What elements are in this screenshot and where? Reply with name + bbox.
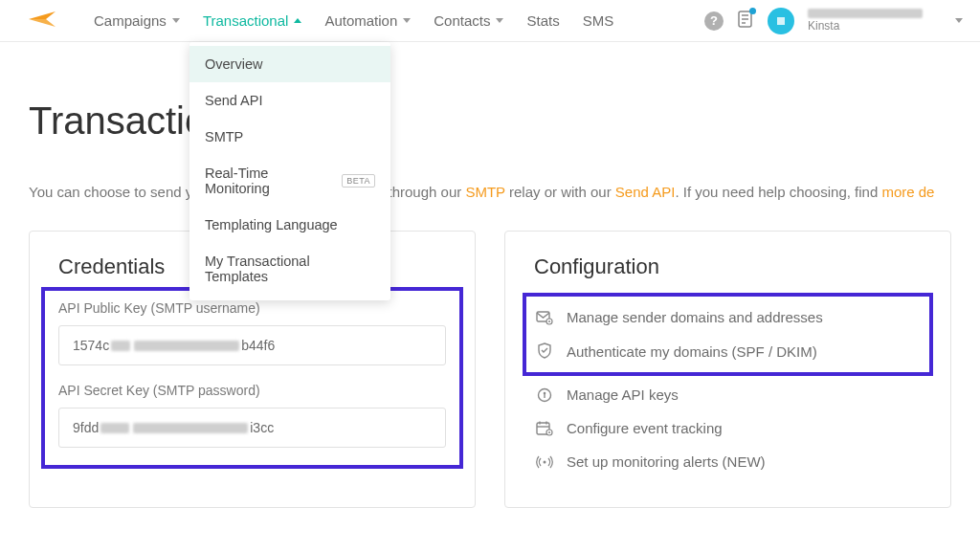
account-name-redacted [808, 9, 923, 18]
send-api-link[interactable]: Send API [615, 184, 676, 200]
nav-label: Transactional [203, 12, 289, 29]
config-label: Authenticate my domains (SPF / DKIM) [567, 343, 817, 360]
dropdown-label: Overview [205, 56, 262, 72]
intro-text: . If you need help choosing, find [675, 184, 881, 200]
config-highlight: Manage sender domains and addresses Auth… [526, 297, 929, 372]
public-key-label: API Public Key (SMTP username) [58, 300, 446, 316]
chevron-down-icon [172, 18, 180, 23]
dropdown-item-smtp[interactable]: SMTP [189, 119, 390, 155]
config-label: Manage API keys [567, 386, 679, 403]
key-suffix: i3cc [250, 420, 274, 435]
nav-label: SMS [583, 12, 614, 29]
dropdown-label: Send API [205, 93, 262, 108]
intro-text: relay or with our [505, 184, 615, 200]
page-title: Transactional [29, 99, 951, 143]
account-menu[interactable]: Kinsta [808, 9, 923, 33]
dropdown-item-send-api[interactable]: Send API [189, 82, 390, 119]
nav-label: Campaigns [94, 12, 167, 29]
redacted-segment [133, 423, 248, 433]
dropdown-item-realtime[interactable]: Real-Time Monitoring BETA [189, 155, 390, 207]
config-item-auth[interactable]: Authenticate my domains (SPF / DKIM) [534, 334, 922, 368]
primary-nav: Campaigns Transactional Automation Conta… [82, 0, 625, 42]
dropdown-label: Templating Language [205, 217, 338, 232]
config-label: Configure event tracking [567, 420, 723, 436]
config-list: Manage sender domains and addresses Auth… [534, 300, 922, 478]
configuration-title: Configuration [534, 254, 922, 279]
dropdown-item-overview[interactable]: Overview [189, 46, 390, 82]
nav-campaigns[interactable]: Campaigns [82, 0, 191, 42]
secret-key-label: API Secret Key (SMTP password) [58, 383, 446, 398]
nav-label: Stats [526, 12, 559, 29]
configuration-card: Configuration Manage sender domains and … [504, 231, 951, 508]
dropdown-label: Real-Time Monitoring [205, 166, 334, 196]
svg-marker-0 [29, 11, 56, 19]
smtp-link[interactable]: SMTP [465, 184, 504, 200]
redacted-segment [111, 341, 130, 351]
help-icon[interactable]: ? [704, 11, 724, 31]
config-item-alerts[interactable]: Set up monitoring alerts (NEW) [534, 445, 922, 478]
secret-key-field[interactable]: 9fdd i3cc [58, 408, 446, 448]
page-content: Transactional You can choose to send you… [0, 42, 980, 508]
nav-automation[interactable]: Automation [313, 0, 422, 42]
mail-cog-icon [536, 310, 553, 325]
svg-rect-12 [544, 394, 545, 398]
svg-marker-1 [29, 19, 56, 27]
config-item-tracking[interactable]: Configure event tracking [534, 411, 922, 445]
key-icon [536, 387, 553, 403]
logo [29, 9, 61, 33]
dropdown-item-templating[interactable]: Templating Language [189, 207, 390, 243]
svg-point-9 [548, 320, 550, 322]
config-label: Set up monitoring alerts (NEW) [567, 453, 766, 470]
svg-point-11 [544, 391, 546, 394]
redacted-segment [100, 423, 129, 433]
antenna-icon [536, 454, 553, 470]
public-key-field[interactable]: 1574c b44f6 [58, 325, 446, 365]
key-suffix: b44f6 [241, 338, 275, 353]
redacted-segment [134, 341, 239, 351]
config-item-domains[interactable]: Manage sender domains and addresses [534, 300, 922, 334]
page-intro: You can choose to send your transactiona… [29, 181, 951, 204]
avatar[interactable] [768, 8, 794, 34]
svg-point-19 [544, 460, 546, 463]
nav-label: Contacts [434, 12, 490, 29]
beta-badge: BETA [342, 174, 375, 188]
svg-point-18 [548, 431, 550, 433]
shield-check-icon [536, 342, 553, 360]
chevron-down-icon [403, 18, 411, 23]
nav-contacts[interactable]: Contacts [422, 0, 515, 42]
dropdown-label: SMTP [205, 129, 243, 144]
topbar: Campaigns Transactional Automation Conta… [0, 0, 980, 42]
topbar-right: ? Kinsta [704, 8, 963, 34]
chevron-down-icon [496, 18, 503, 23]
notifications-icon[interactable] [737, 10, 754, 32]
nav-label: Automation [324, 12, 397, 29]
more-details-link[interactable]: more de [881, 184, 934, 200]
chevron-up-icon [294, 18, 301, 23]
config-item-api-keys[interactable]: Manage API keys [534, 378, 922, 411]
svg-rect-6 [777, 17, 785, 25]
nav-transactional[interactable]: Transactional [191, 0, 314, 42]
key-prefix: 9fdd [73, 420, 99, 435]
nav-stats[interactable]: Stats [515, 0, 570, 42]
chevron-down-icon[interactable] [955, 18, 963, 23]
notification-dot-icon [749, 8, 756, 14]
nav-sms[interactable]: SMS [571, 0, 626, 42]
transactional-dropdown: Overview Send API SMTP Real-Time Monitor… [189, 42, 390, 300]
account-org: Kinsta [808, 20, 923, 33]
cards-row: Credentials API Public Key (SMTP usernam… [29, 231, 951, 508]
credentials-highlight: API Public Key (SMTP username) 1574c b44… [45, 291, 459, 465]
calendar-cog-icon [536, 421, 553, 436]
dropdown-item-templates[interactable]: My Transactional Templates [189, 243, 390, 295]
dropdown-label: My Transactional Templates [205, 254, 375, 284]
config-label: Manage sender domains and addresses [567, 309, 823, 325]
key-prefix: 1574c [73, 338, 109, 353]
